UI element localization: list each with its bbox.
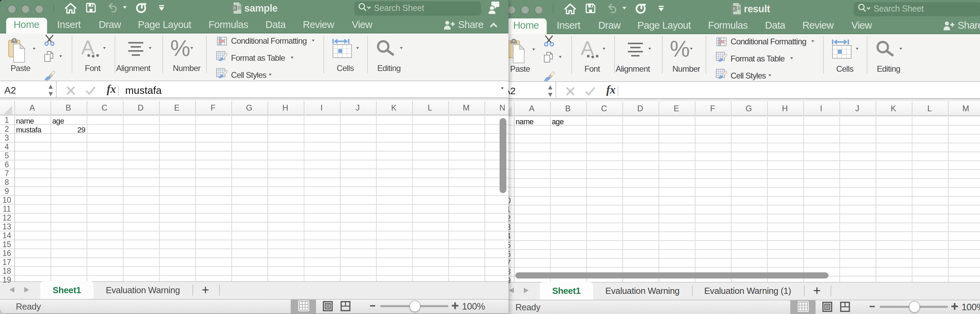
svg-text:X: X [732,6,735,11]
svg-text:X: X [233,5,236,10]
